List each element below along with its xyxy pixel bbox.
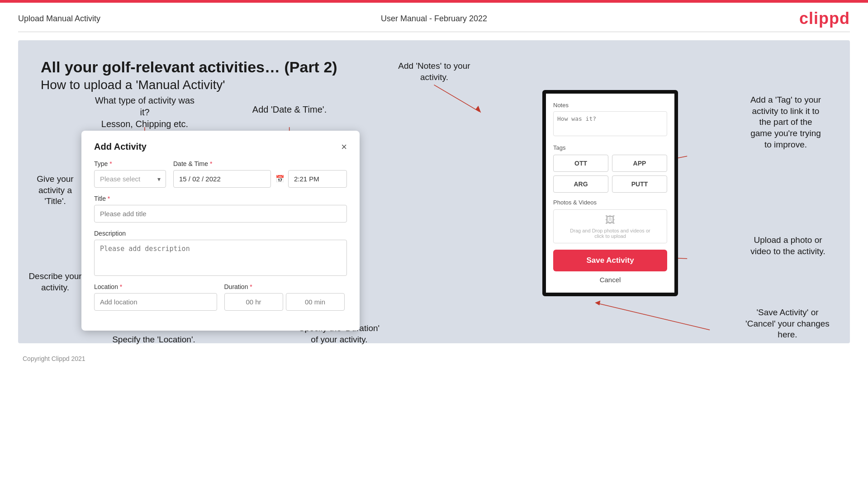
notes-section-label: Notes xyxy=(553,102,667,109)
annotation-location: Specify the 'Location'. xyxy=(109,334,199,346)
type-select[interactable]: Please select xyxy=(94,170,166,188)
annotation-tag: Add a 'Tag' to youractivity to link it t… xyxy=(731,95,840,150)
notes-textarea[interactable] xyxy=(553,111,667,136)
upload-text: Drag and Drop photos and videos orclick … xyxy=(570,228,650,239)
upload-icon: 🖼 xyxy=(605,214,615,226)
save-activity-button[interactable]: Save Activity xyxy=(553,250,667,271)
datetime-label: Date & Time * xyxy=(173,160,347,167)
annotation-describe: Describe youractivity. xyxy=(24,271,87,293)
page-header-center: User Manual - February 2022 xyxy=(381,14,487,24)
title-label: Title * xyxy=(94,195,347,202)
type-label: Type * xyxy=(94,160,166,167)
svg-marker-13 xyxy=(475,106,481,113)
tag-ott[interactable]: OTT xyxy=(553,155,608,172)
description-label: Description xyxy=(94,230,347,237)
phone-panel: Notes Tags OTT APP ARG PUTT Photos & Vid… xyxy=(542,90,678,296)
tags-section-label: Tags xyxy=(553,144,667,151)
svg-line-18 xyxy=(597,303,710,330)
annotation-date-time: Add 'Date & Time'. xyxy=(240,104,339,115)
tags-grid: OTT APP ARG PUTT xyxy=(553,155,667,193)
page-header-left: Upload Manual Activity xyxy=(18,14,100,24)
photos-section-label: Photos & Videos xyxy=(553,199,667,206)
upload-area[interactable]: 🖼 Drag and Drop photos and videos orclic… xyxy=(553,209,667,243)
date-input[interactable] xyxy=(173,170,271,188)
annotation-what-type: What type of activity was it?Lesson, Chi… xyxy=(90,95,199,130)
annotation-upload: Upload a photo orvideo to the activity. xyxy=(736,235,840,257)
duration-label: Duration * xyxy=(224,283,347,290)
dialog-title: Add Activity xyxy=(94,142,147,152)
cancel-link[interactable]: Cancel xyxy=(553,276,667,284)
duration-min-input[interactable] xyxy=(286,293,345,311)
tag-arg[interactable]: ARG xyxy=(553,175,608,193)
logo: clippd xyxy=(799,9,850,28)
location-label: Location * xyxy=(94,283,217,290)
copyright: Copyright Clippd 2021 xyxy=(0,351,868,366)
close-button[interactable]: × xyxy=(341,142,347,152)
svg-marker-19 xyxy=(595,300,600,305)
annotation-give-title: Give your activity a'Title'. xyxy=(24,174,87,207)
tag-putt[interactable]: PUTT xyxy=(612,175,667,193)
description-textarea[interactable] xyxy=(94,240,347,276)
annotation-save: 'Save Activity' or'Cancel' your changesh… xyxy=(729,307,846,341)
annotation-notes: Add 'Notes' to youractivity. xyxy=(384,61,484,83)
duration-hr-input[interactable] xyxy=(224,293,283,311)
time-input[interactable] xyxy=(288,170,347,188)
title-input[interactable] xyxy=(94,205,347,223)
add-activity-dialog: Add Activity × Type * Please select ▾ xyxy=(81,131,360,331)
main-content: All your golf-relevant activities… (Part… xyxy=(18,40,850,343)
location-input[interactable] xyxy=(94,293,217,311)
tag-app[interactable]: APP xyxy=(612,155,667,172)
calendar-icon: 📅 xyxy=(275,175,285,183)
